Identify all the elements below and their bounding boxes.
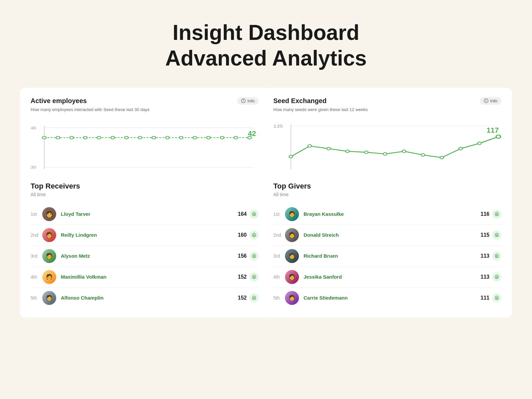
avatar: 🧑 [285, 291, 299, 305]
svg-point-35 [440, 156, 444, 159]
person-name: Alfonso Champlin [61, 295, 238, 301]
top-givers-list: 1st 🧑 Brayan Kassulke 116 2nd 🧑 Donald S… [273, 204, 501, 308]
rank-label: 4th [31, 274, 42, 280]
svg-point-24 [486, 100, 486, 100]
avatar: 🧑 [285, 207, 299, 221]
svg-point-13 [138, 136, 142, 139]
person-name: Lloyd Tarver [61, 211, 238, 217]
svg-point-11 [111, 136, 114, 139]
seed-icon [249, 230, 259, 240]
svg-point-9 [83, 136, 87, 139]
list-item: 5th 🧑 Carrie Stiedemann 111 [273, 288, 501, 308]
seed-exchanged-info-button[interactable]: Info [480, 97, 501, 105]
svg-point-6 [43, 136, 46, 139]
score-value: 115 [480, 232, 489, 238]
seed-exchanged-card: Seed Exchanged Info How many seeds were … [263, 88, 512, 182]
seed-exchanged-subtitle: How many seeds were given these last 12 … [273, 107, 501, 113]
svg-point-29 [327, 147, 331, 150]
rank-label: 5th [31, 295, 42, 301]
active-employees-chart: 42 46 30 [31, 119, 259, 173]
svg-point-8 [70, 136, 73, 139]
score-area: 156 [238, 251, 259, 261]
svg-point-2 [243, 100, 244, 100]
score-value: 116 [480, 211, 489, 217]
list-item: 4th 🧑 Maximillia Volkman 152 [31, 267, 259, 288]
list-item: 3rd 🧑 Richard Bruen 113 [273, 246, 501, 267]
seed-icon [492, 272, 501, 282]
rank-label: 2nd [273, 232, 285, 238]
seed-icon [492, 251, 501, 261]
active-employees-title: Active employees [31, 97, 87, 105]
score-area: 152 [238, 293, 259, 303]
svg-point-36 [459, 147, 463, 150]
score-area: 160 [238, 230, 259, 240]
top-givers-subtitle: All time [273, 192, 501, 197]
score-value: 113 [480, 253, 489, 259]
top-receivers-title: Top Receivers [31, 182, 259, 191]
seed-icon [249, 251, 259, 261]
avatar: 🧑 [42, 270, 56, 284]
y-label-max: 46 [31, 126, 36, 130]
seed-y-label-max: 135 [273, 124, 283, 129]
top-givers-title: Top Givers [273, 182, 501, 191]
avatar: 🧑 [42, 207, 56, 221]
svg-point-7 [56, 136, 60, 139]
avatar: 🧑 [42, 291, 56, 305]
svg-point-17 [193, 136, 197, 139]
score-area: 116 [480, 209, 501, 219]
svg-point-37 [478, 142, 481, 145]
active-employees-info-button[interactable]: Info [237, 97, 259, 105]
person-name: Reilly Lindgren [61, 232, 238, 238]
list-item: 1st 🧑 Brayan Kassulke 116 [273, 204, 501, 225]
svg-point-15 [166, 136, 169, 139]
score-value: 164 [238, 211, 247, 217]
rank-label: 4th [273, 274, 285, 280]
active-employees-value: 42 [248, 129, 256, 138]
list-item: 1st 🧑 Lloyd Tarver 164 [31, 204, 259, 225]
rank-label: 2nd [31, 232, 42, 238]
rank-label: 3rd [31, 253, 42, 259]
list-item: 2nd 🧑 Reilly Lindgren 160 [31, 225, 259, 246]
rank-label: 3rd [273, 253, 285, 259]
seed-icon [249, 293, 259, 303]
svg-point-32 [383, 153, 387, 155]
svg-point-19 [220, 136, 224, 139]
seed-exchanged-chart: 117 135 [273, 119, 501, 173]
score-area: 115 [480, 230, 501, 240]
top-givers-card: Top Givers All time 1st 🧑 Brayan Kassulk… [263, 169, 512, 318]
top-receivers-card: Top Receivers All time 1st 🧑 Lloyd Tarve… [20, 169, 269, 318]
seed-exchanged-value: 117 [486, 126, 499, 135]
svg-point-16 [179, 136, 183, 139]
person-name: Donald Streich [304, 232, 480, 238]
seed-exchanged-title: Seed Exchanged [273, 97, 327, 105]
score-value: 113 [480, 274, 489, 280]
person-name: Alyson Metz [61, 253, 238, 259]
avatar: 🧑 [42, 249, 56, 263]
person-name: Brayan Kassulke [304, 211, 480, 217]
info-icon-2 [484, 98, 488, 103]
list-item: 2nd 🧑 Donald Streich 115 [273, 225, 501, 246]
score-value: 152 [238, 295, 247, 301]
person-name: Carrie Stiedemann [304, 295, 480, 301]
avatar: 🧑 [42, 228, 56, 242]
top-receivers-list: 1st 🧑 Lloyd Tarver 164 2nd 🧑 Reilly Lind… [31, 204, 259, 308]
person-name: Maximillia Volkman [61, 274, 238, 280]
avatar: 🧑 [285, 249, 299, 263]
rank-label: 1st [31, 211, 42, 217]
score-area: 111 [480, 293, 501, 303]
seed-icon [492, 293, 501, 303]
person-name: Jessika Sanford [304, 274, 480, 280]
rank-label: 1st [273, 211, 285, 217]
info-icon [241, 98, 246, 103]
avatar: 🧑 [285, 228, 299, 242]
score-value: 111 [480, 295, 489, 301]
seed-icon [249, 209, 259, 219]
score-area: 164 [238, 209, 259, 219]
svg-point-18 [207, 136, 210, 139]
page-title: Insight Dashboard Advanced Analytics [0, 0, 532, 88]
active-employees-card: Active employees Info How many employees… [20, 88, 269, 182]
seed-icon [249, 272, 259, 282]
score-value: 152 [238, 274, 247, 280]
avatar: 🧑 [285, 270, 299, 284]
score-area: 152 [238, 272, 259, 282]
